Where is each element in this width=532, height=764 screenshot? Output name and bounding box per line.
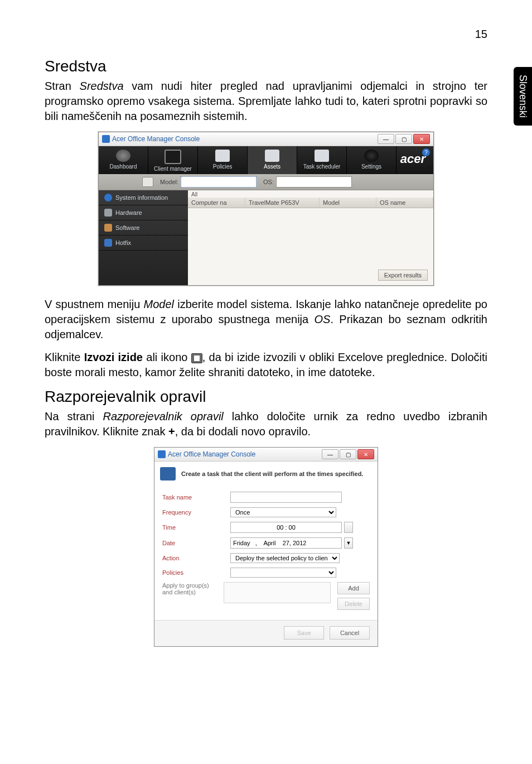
task-header-icon: [160, 467, 176, 480]
target-list[interactable]: [224, 582, 331, 603]
client-manager-icon: [165, 150, 181, 164]
os-label: OS:: [263, 179, 274, 185]
para-sredstva-1: Stran Sredstva vam nudi hiter pregled na…: [45, 79, 487, 124]
all-label: All: [188, 190, 433, 198]
col-os-header: OS name: [376, 198, 433, 208]
cancel-button[interactable]: Cancel: [330, 626, 370, 640]
export-icon[interactable]: [142, 177, 153, 187]
para-razporejevalnik-1: Na strani Razporejevalnik opravil lahko …: [45, 409, 487, 439]
minimize-button[interactable]: —: [322, 449, 338, 459]
assets-icon: [265, 150, 279, 162]
frequency-select[interactable]: Once: [230, 507, 336, 517]
col-row-model-value: TravelMate P653V: [245, 198, 320, 208]
task-scheduler-icon: [315, 150, 329, 162]
col-computer-name: Computer na: [188, 198, 245, 208]
date-input[interactable]: [230, 537, 342, 549]
export-inline-icon: [191, 353, 202, 363]
os-dropdown[interactable]: [276, 176, 352, 188]
action-select[interactable]: Deploy the selected policy to client(s): [230, 553, 340, 563]
heading-razporejevalnik: Razporejevalnik opravil: [45, 388, 487, 406]
tab-policies[interactable]: Policies: [198, 146, 248, 174]
policies-icon: [215, 150, 230, 162]
dashboard-icon: [116, 150, 130, 162]
date-picker-icon[interactable]: ▼: [344, 537, 353, 549]
label-policies: Policies: [162, 569, 224, 576]
label-task-name: Task name: [162, 494, 224, 501]
settings-icon: [364, 150, 379, 162]
model-dropdown[interactable]: [181, 176, 257, 188]
sidebar-item-hardware[interactable]: Hardware: [99, 205, 188, 220]
time-input[interactable]: [230, 522, 342, 533]
policies-select[interactable]: [230, 568, 336, 578]
label-date: Date: [162, 540, 224, 546]
close-button[interactable]: ✕: [357, 449, 374, 459]
save-button: Save: [284, 626, 324, 640]
close-button[interactable]: ✕: [413, 134, 430, 144]
para-sredstva-3: Kliknite Izvozi izide ali ikono , da bi …: [45, 350, 487, 380]
label-apply-to: Apply to group(s) and client(s): [162, 582, 217, 595]
app-icon: [158, 450, 166, 458]
minimize-button[interactable]: —: [378, 134, 394, 144]
maximize-button[interactable]: ▢: [395, 134, 412, 144]
sidebar-item-hotfix[interactable]: Hotfix: [99, 236, 188, 251]
software-icon: [104, 224, 112, 232]
tab-task-scheduler[interactable]: Task scheduler: [297, 146, 347, 174]
delete-target-button: Delete: [337, 598, 370, 610]
time-spinner[interactable]: [344, 522, 353, 533]
dialog-subtitle: Create a task that the client will perfo…: [181, 470, 363, 477]
sidebar-item-system-info[interactable]: System information: [99, 190, 188, 205]
label-action: Action: [162, 555, 224, 561]
language-tab: Slovenski: [514, 67, 532, 126]
window-title: Acer Office Manager Console: [112, 135, 200, 143]
tab-assets[interactable]: Assets: [248, 146, 297, 174]
app-icon: [102, 135, 110, 143]
export-results-button[interactable]: Export results: [378, 270, 428, 281]
tab-settings[interactable]: Settings: [347, 146, 396, 174]
tab-dashboard[interactable]: Dashboard: [99, 146, 148, 174]
task-name-input[interactable]: [230, 492, 342, 503]
label-frequency: Frequency: [162, 509, 224, 516]
maximize-button[interactable]: ▢: [340, 449, 356, 459]
add-target-button[interactable]: Add: [337, 582, 370, 594]
hardware-icon: [104, 209, 112, 217]
page-number: 15: [45, 28, 487, 41]
task-dialog: Acer Office Manager Console — ▢ ✕ Create…: [154, 447, 378, 647]
col-model-header: Model: [320, 198, 376, 208]
sidebar-item-software[interactable]: Software: [99, 220, 188, 236]
model-label: Model:: [160, 179, 178, 185]
dialog-title: Acer Office Manager Console: [168, 450, 255, 458]
assets-window: Acer Office Manager Console — ▢ ✕ Dashbo…: [98, 132, 434, 286]
tab-client-manager[interactable]: Client manager: [148, 146, 198, 174]
help-icon[interactable]: ?: [422, 148, 430, 156]
label-time: Time: [162, 524, 224, 531]
heading-sredstva: Sredstva: [45, 57, 487, 75]
para-sredstva-2: V spustnem meniju Model izberite model s…: [45, 297, 487, 342]
hotfix-icon: [104, 239, 112, 247]
info-icon: [104, 194, 112, 201]
